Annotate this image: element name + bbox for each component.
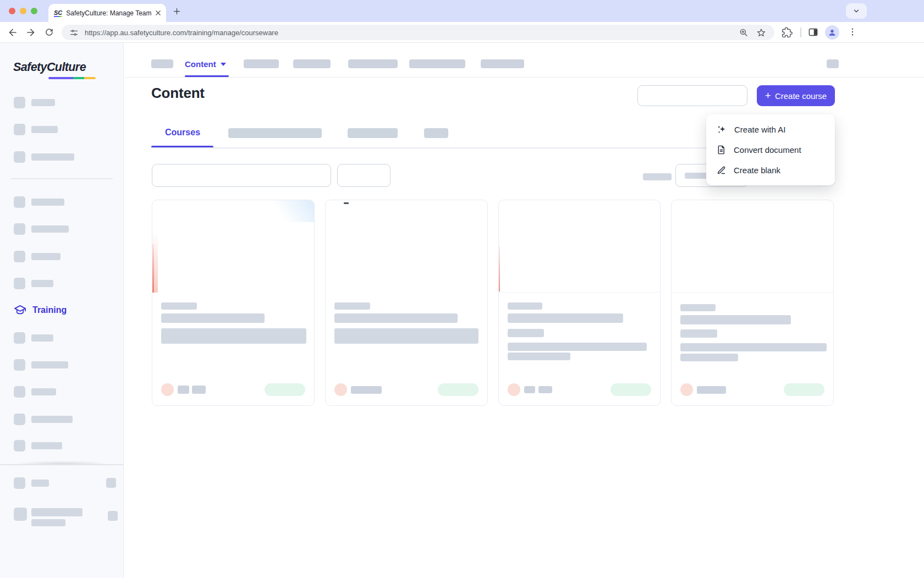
course-title-skeleton (508, 313, 623, 323)
nav-item-skeleton[interactable] (481, 59, 524, 68)
course-search-input[interactable] (152, 164, 331, 187)
sidebar-item-icon[interactable] (14, 251, 25, 262)
sidebar-item-icon[interactable] (14, 332, 25, 344)
tab-close-icon[interactable] (155, 10, 161, 16)
nav-item-content[interactable]: Content (185, 59, 226, 69)
course-card-grid (152, 200, 834, 406)
logo-gradient-underline (48, 77, 96, 79)
meta-badge-skeleton (524, 386, 535, 393)
nav-item-skeleton[interactable] (409, 59, 465, 68)
sidebar-bottom-item-label-skeleton (31, 480, 49, 487)
menu-item-convert-document[interactable]: Convert document (706, 140, 835, 160)
sidebar-item-icon[interactable] (14, 414, 25, 425)
sidebar-bottom-item-badge (108, 511, 118, 521)
sidebar-item-label-skeleton (31, 361, 68, 368)
thumbnail-accent-line (499, 246, 501, 291)
sidebar-item-label-skeleton (31, 442, 62, 449)
sidebar-item-icon[interactable] (14, 151, 25, 163)
sidebar-bottom-item-icon[interactable] (14, 508, 27, 521)
filter-dropdown[interactable] (337, 164, 391, 187)
course-card[interactable] (671, 200, 834, 406)
pen-icon (716, 165, 727, 175)
sidebar-bottom-item-badge (106, 478, 116, 488)
meta-badge-skeleton (697, 386, 726, 394)
safetyculture-favicon: SC (54, 9, 62, 17)
status-badge (438, 383, 479, 396)
tab-skeleton[interactable] (348, 128, 398, 138)
maximize-window-button[interactable] (31, 8, 37, 14)
nav-item-skeleton[interactable] (827, 59, 839, 68)
sidebar-item-label-skeleton (31, 280, 53, 287)
course-card[interactable] (498, 200, 661, 406)
sidebar-item-icon[interactable] (14, 97, 25, 108)
minimize-window-button[interactable] (20, 8, 26, 14)
author-avatar (334, 383, 347, 396)
sidebar-item-icon[interactable] (14, 386, 25, 398)
nav-item-skeleton[interactable] (348, 59, 398, 68)
course-thumbnail (672, 200, 833, 293)
header-search-input[interactable] (637, 85, 747, 106)
zoom-icon[interactable] (739, 27, 749, 37)
address-bar[interactable]: https://app.au.safetyculture.com/trainin… (62, 25, 774, 40)
author-avatar (680, 383, 693, 396)
menu-item-create-with-ai[interactable]: Create with AI (706, 119, 835, 140)
course-thumbnail (326, 200, 487, 293)
course-meta-skeleton (508, 329, 544, 337)
status-badge (784, 383, 824, 396)
sidebar-item-training[interactable]: Training (14, 304, 67, 316)
site-settings-icon[interactable] (69, 28, 79, 37)
bookmark-star-icon[interactable] (756, 27, 766, 37)
course-thumbnail (499, 200, 661, 293)
tab-skeleton[interactable] (424, 128, 448, 138)
sidebar-bottom-item-icon[interactable] (14, 477, 25, 489)
sidebar-item-label-skeleton (31, 253, 61, 260)
sidebar-item-icon[interactable] (14, 223, 25, 235)
document-icon (716, 145, 727, 155)
thumbnail-accent-line (152, 244, 154, 293)
sidebar-item-icon[interactable] (14, 278, 25, 289)
course-card[interactable] (325, 200, 488, 406)
chevron-down-icon (221, 63, 226, 66)
author-avatar (161, 383, 174, 396)
tab-courses[interactable]: Courses (165, 128, 200, 137)
menu-item-create-blank[interactable]: Create blank (706, 160, 835, 180)
sidebar-item-icon[interactable] (14, 440, 25, 452)
sidebar-scroll-shadow (0, 459, 124, 464)
safetyculture-logo[interactable]: SafetyCulture (13, 60, 86, 74)
course-description-skeleton (334, 328, 479, 344)
browser-menu-icon[interactable] (848, 27, 857, 37)
sidebar-bottom-item-label-skeleton (31, 508, 82, 516)
back-icon[interactable] (7, 27, 18, 38)
nav-item-skeleton[interactable] (293, 59, 331, 68)
sidebar-bottom-item-label-skeleton (31, 519, 65, 526)
create-course-button[interactable]: + Create course (757, 85, 835, 106)
meta-badge-skeleton (351, 386, 382, 394)
menu-item-label: Create blank (734, 166, 780, 175)
forward-icon[interactable] (25, 27, 36, 38)
nav-item-skeleton[interactable] (151, 59, 173, 68)
course-tag-skeleton (334, 302, 370, 310)
tab-search-button[interactable] (846, 3, 867, 19)
course-card[interactable] (152, 200, 315, 406)
sidebar-item-icon[interactable] (14, 196, 25, 208)
extensions-puzzle-icon[interactable] (782, 27, 793, 38)
nav-item-skeleton[interactable] (244, 59, 279, 68)
profile-avatar[interactable] (825, 25, 839, 40)
course-description-skeleton (680, 354, 738, 361)
reload-icon[interactable] (44, 27, 54, 37)
browser-tab[interactable]: SC SafetyCulture: Manage Teams and... (48, 4, 166, 22)
side-panel-icon[interactable] (808, 27, 818, 37)
tab-skeleton[interactable] (228, 128, 322, 138)
sidebar-item-icon[interactable] (14, 124, 25, 135)
toolbar-divider (800, 27, 801, 37)
nav-content-label: Content (185, 59, 216, 69)
new-tab-button[interactable] (173, 7, 181, 15)
menu-item-label: Convert document (734, 145, 801, 155)
sidebar-item-label-skeleton (31, 199, 64, 206)
course-description-skeleton (680, 343, 827, 351)
page-title: Content (151, 85, 205, 102)
sidebar-item-label-skeleton (31, 334, 53, 342)
sidebar-item-icon[interactable] (14, 359, 25, 371)
close-window-button[interactable] (9, 8, 15, 14)
sidebar-divider (11, 178, 113, 179)
